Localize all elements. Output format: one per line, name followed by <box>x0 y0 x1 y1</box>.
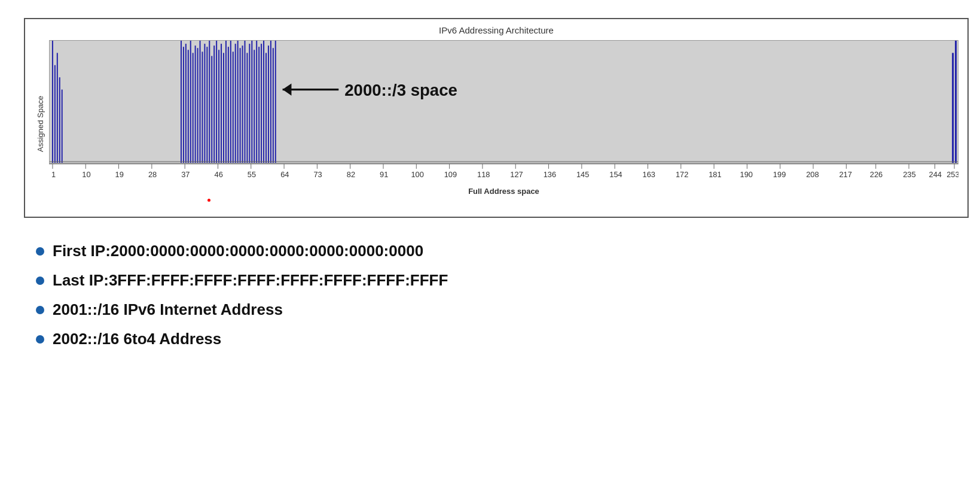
y-axis-label: Assigned Space <box>34 40 46 208</box>
svg-marker-50 <box>283 83 292 95</box>
svg-text:154: 154 <box>609 170 622 179</box>
svg-rect-27 <box>233 51 234 163</box>
svg-rect-9 <box>190 41 191 163</box>
bullet-item-1: Last IP:3FFF:FFFF:FFFF:FFFF:FFFF:FFFF:FF… <box>36 271 956 290</box>
svg-rect-32 <box>245 41 246 163</box>
svg-rect-3 <box>59 77 60 163</box>
svg-text:2000::/3 space: 2000::/3 space <box>344 80 457 99</box>
red-dot <box>207 199 210 202</box>
svg-text:64: 64 <box>280 170 289 179</box>
svg-rect-15 <box>204 44 205 163</box>
svg-rect-18 <box>211 56 212 163</box>
svg-text:127: 127 <box>510 170 523 179</box>
chart-inner: Assigned Space <box>34 40 958 208</box>
chart-area: 2000::/3 space 1 10 19 28 37 46 <box>49 40 958 208</box>
svg-rect-6 <box>183 47 184 163</box>
svg-rect-2 <box>57 53 58 163</box>
svg-text:190: 190 <box>740 170 753 179</box>
svg-rect-39 <box>261 44 262 163</box>
chart-plot: 2000::/3 space <box>49 40 958 163</box>
svg-rect-5 <box>181 41 182 163</box>
svg-rect-14 <box>202 51 203 163</box>
svg-text:100: 100 <box>411 170 423 179</box>
svg-text:91: 91 <box>380 170 388 179</box>
svg-rect-11 <box>195 45 196 163</box>
svg-rect-45 <box>275 41 276 163</box>
chart-wrapper: IPv6 Addressing Architecture Assigned Sp… <box>24 18 969 218</box>
svg-rect-35 <box>251 41 252 163</box>
svg-text:19: 19 <box>115 170 124 179</box>
svg-rect-28 <box>235 44 236 163</box>
svg-text:1: 1 <box>51 170 56 179</box>
bullet-text-2: 2001::/16 IPv6 Internet Address <box>53 300 283 319</box>
svg-rect-37 <box>256 41 257 163</box>
svg-text:172: 172 <box>676 170 688 179</box>
svg-text:181: 181 <box>709 170 721 179</box>
svg-text:235: 235 <box>903 170 915 179</box>
svg-rect-29 <box>237 41 239 163</box>
svg-text:109: 109 <box>444 170 457 179</box>
svg-rect-21 <box>218 50 219 163</box>
svg-text:253: 253 <box>947 170 958 179</box>
bullet-item-2: 2001::/16 IPv6 Internet Address <box>36 300 956 319</box>
red-dot-area <box>49 196 958 208</box>
svg-rect-19 <box>213 45 215 163</box>
bullet-dot-0 <box>36 247 44 256</box>
bullet-text-3: 2002::/16 6to4 Address <box>53 330 221 348</box>
svg-text:199: 199 <box>773 170 786 179</box>
x-axis-label: Full Address space <box>49 187 958 196</box>
svg-rect-31 <box>242 45 243 163</box>
svg-rect-23 <box>223 53 224 163</box>
bullet-item-3: 2002::/16 6to4 Address <box>36 330 956 348</box>
svg-text:145: 145 <box>576 170 589 179</box>
chart-svg: 2000::/3 space <box>50 41 958 163</box>
svg-rect-42 <box>268 45 269 163</box>
bullet-dot-3 <box>36 335 44 344</box>
svg-text:73: 73 <box>313 170 322 179</box>
svg-rect-47 <box>955 41 957 163</box>
svg-rect-24 <box>225 41 227 163</box>
svg-rect-36 <box>254 50 255 163</box>
bullet-text-1: Last IP:3FFF:FFFF:FFFF:FFFF:FFFF:FFFF:FF… <box>53 271 448 290</box>
svg-rect-46 <box>952 53 954 163</box>
svg-rect-8 <box>188 50 189 163</box>
svg-text:37: 37 <box>181 170 190 179</box>
svg-text:136: 136 <box>544 170 556 179</box>
bullet-item-0: First IP:2000:0000:0000:0000:0000:0000:0… <box>36 242 956 260</box>
svg-text:208: 208 <box>806 170 819 179</box>
svg-rect-13 <box>200 41 201 163</box>
svg-text:163: 163 <box>643 170 655 179</box>
svg-rect-34 <box>249 44 250 163</box>
svg-rect-22 <box>221 44 222 163</box>
svg-rect-17 <box>209 41 210 163</box>
bullet-text-0: First IP:2000:0000:0000:0000:0000:0000:0… <box>53 242 423 260</box>
bullet-list: First IP:2000:0000:0000:0000:0000:0000:0… <box>24 242 956 348</box>
svg-rect-41 <box>265 53 267 163</box>
svg-rect-10 <box>193 53 194 163</box>
svg-text:217: 217 <box>839 170 851 179</box>
svg-rect-40 <box>263 41 264 163</box>
svg-rect-38 <box>258 47 259 163</box>
svg-text:28: 28 <box>148 170 157 179</box>
svg-rect-0 <box>52 41 53 163</box>
svg-text:10: 10 <box>82 170 90 179</box>
svg-rect-7 <box>185 44 187 163</box>
x-axis-svg: 1 10 19 28 37 46 55 64 73 82 91 100 109 … <box>49 164 958 184</box>
svg-rect-4 <box>62 90 63 163</box>
svg-rect-25 <box>228 47 229 163</box>
svg-rect-33 <box>246 53 248 163</box>
svg-text:55: 55 <box>248 170 256 179</box>
x-axis-numbers: 1 10 19 28 37 46 55 64 73 82 91 100 109 … <box>49 163 958 184</box>
bullet-dot-1 <box>36 277 44 285</box>
svg-rect-20 <box>216 41 217 163</box>
svg-text:82: 82 <box>347 170 355 179</box>
svg-rect-16 <box>206 47 207 163</box>
svg-text:46: 46 <box>215 170 223 179</box>
svg-text:118: 118 <box>477 170 490 179</box>
chart-title: IPv6 Addressing Architecture <box>34 25 958 35</box>
svg-rect-1 <box>54 65 56 163</box>
main-container: IPv6 Addressing Architecture Assigned Sp… <box>12 12 968 354</box>
svg-rect-26 <box>230 41 231 163</box>
svg-rect-44 <box>273 48 274 163</box>
bullet-dot-2 <box>36 306 44 314</box>
